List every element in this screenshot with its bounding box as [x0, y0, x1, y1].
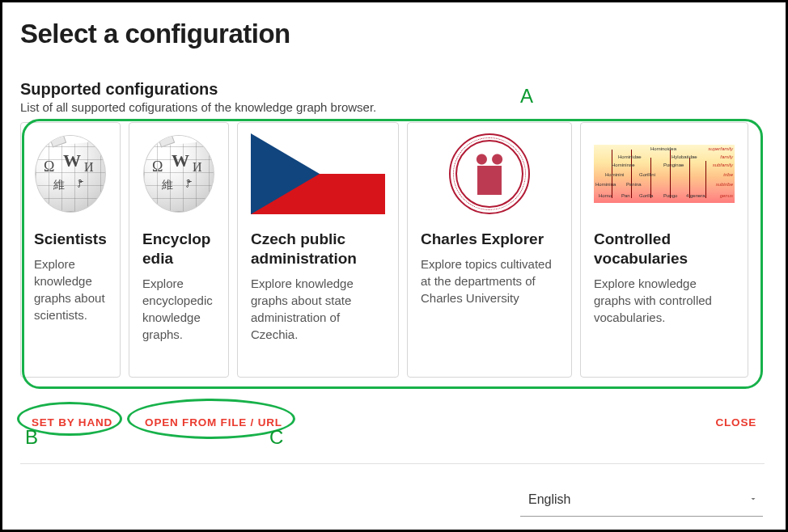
config-card-scientists[interactable]: Ω W И 維 វិ Scientists Explore knowledge … [20, 122, 121, 378]
page-title: Select a configuration [20, 19, 768, 49]
card-description: Explore encyclopedic knowledge graphs. [142, 275, 215, 343]
open-from-file-button[interactable]: OPEN FROM FILE / URL [142, 412, 286, 433]
card-description: Explore knowledge graphs with controlled… [594, 275, 735, 326]
close-button[interactable]: CLOSE [712, 412, 760, 433]
card-description: Explore knowledge graphs about state adm… [251, 275, 385, 343]
config-card-charles-explorer[interactable]: Charles Explorer Explore topics cultivat… [407, 122, 572, 378]
card-title: Controlled vocabularies [594, 230, 735, 268]
taxonomy-table-icon: Hominoidea Hominidae Hylobatidae Hominin… [594, 134, 735, 213]
dialog-actions: SET BY HAND OPEN FROM FILE / URL CLOSE [20, 412, 765, 433]
language-select[interactable]: English [520, 483, 763, 517]
card-title: Charles Explorer [421, 230, 558, 249]
wikipedia-globe-icon: Ω W И 維 វិ [142, 134, 215, 213]
language-selected-value: English [528, 492, 570, 507]
card-description: Explore knowledge graphs about scientist… [34, 255, 107, 323]
config-card-encyclopedia[interactable]: Ω W И 維 វិ Encyclopedia Explore encyclop… [129, 122, 229, 378]
card-title: Czech public administration [251, 230, 385, 268]
section-subtitle: Supported configurations [20, 80, 768, 99]
czech-flag-icon [251, 134, 385, 213]
config-card-controlled-vocab[interactable]: Hominoidea Hominidae Hylobatidae Hominin… [580, 122, 748, 378]
card-title: Scientists [34, 230, 107, 249]
charles-university-seal-icon [421, 134, 558, 213]
config-card-list: Ω W И 維 វិ Scientists Explore knowledge … [20, 122, 768, 378]
config-card-czech-admin[interactable]: Czech public administration Explore know… [237, 122, 399, 378]
section-description: List of all supported cofigurations of t… [20, 100, 768, 114]
chevron-down-icon [748, 492, 758, 507]
card-title: Encyclopedia [142, 230, 215, 268]
divider [20, 463, 765, 464]
wikipedia-globe-icon: Ω W И 維 វិ [34, 134, 107, 213]
set-by-hand-button[interactable]: SET BY HAND [28, 412, 116, 433]
card-description: Explore topics cultivated at the departm… [421, 255, 558, 306]
